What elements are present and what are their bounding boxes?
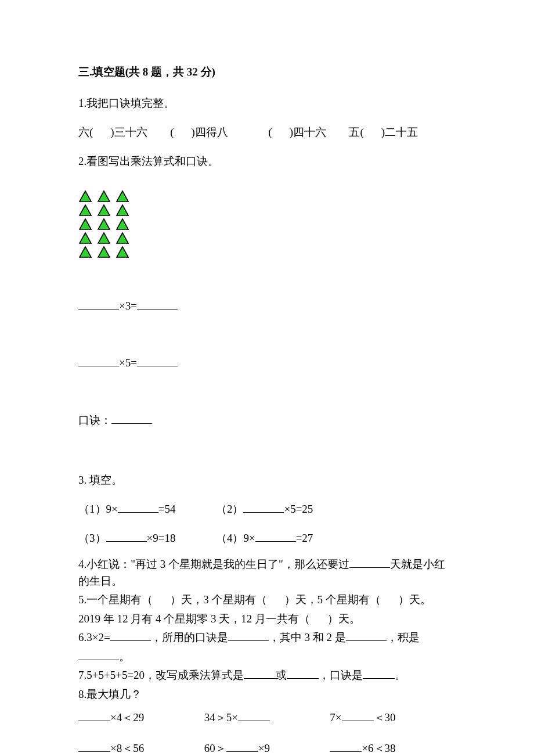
q8-r2c1b: ×8＜56 bbox=[110, 742, 144, 754]
blank-input[interactable] bbox=[330, 740, 362, 752]
q3-s3a: （3） bbox=[78, 532, 106, 544]
blank-input[interactable] bbox=[137, 355, 178, 366]
q8-r1c2a: 34＞5× bbox=[204, 711, 238, 723]
blank-input[interactable] bbox=[244, 667, 276, 679]
q5-b: ）天，3 个星期有（ bbox=[170, 593, 266, 606]
q7-d: 。 bbox=[395, 669, 406, 681]
triangle-icon bbox=[116, 232, 129, 244]
q8-r2c3b: ×6＜38 bbox=[362, 742, 395, 754]
q8-stem: 8.最大填几？ bbox=[78, 686, 456, 703]
q6-b: ，所用的口诀是 bbox=[151, 631, 228, 643]
triangle-icon bbox=[78, 218, 92, 231]
q5-line1: 5.一个星期有（）天，3 个星期有（）天，5 个星期有（）天。 bbox=[78, 592, 456, 609]
triangle-icon bbox=[116, 246, 129, 258]
q4-a: 4.小红说："再过 3 个星期就是我的生日了"，那么还要过 bbox=[78, 558, 349, 570]
q8-r2c2b: ×9 bbox=[258, 742, 270, 754]
triangle-row bbox=[78, 204, 456, 217]
triangle-icon bbox=[78, 204, 92, 217]
q2-koujue: 口诀： bbox=[78, 412, 456, 429]
svg-marker-5 bbox=[117, 205, 128, 215]
triangle-icon bbox=[116, 218, 129, 231]
q1-p3b: )四十六 bbox=[290, 126, 326, 138]
triangle-icon bbox=[116, 204, 129, 217]
blank-input[interactable] bbox=[226, 740, 258, 752]
svg-marker-9 bbox=[80, 233, 91, 243]
triangle-row bbox=[78, 190, 456, 203]
svg-marker-11 bbox=[117, 233, 128, 243]
triangle-icon bbox=[97, 204, 111, 217]
blank-input[interactable] bbox=[78, 740, 110, 752]
triangle-grid bbox=[78, 190, 456, 258]
q1-p2a: ( bbox=[170, 126, 174, 138]
blank-input[interactable] bbox=[78, 649, 119, 660]
blank-input[interactable] bbox=[287, 667, 319, 679]
q6: 6.3×2=，所用的口诀是，其中 3 和 2 是，积是 bbox=[78, 629, 456, 646]
q3-s1b: =54 bbox=[158, 503, 176, 515]
blank-input[interactable] bbox=[342, 710, 374, 721]
svg-marker-14 bbox=[117, 247, 128, 257]
blank-input[interactable] bbox=[118, 501, 158, 513]
triangle-icon bbox=[116, 190, 129, 203]
q6-a: 6.3×2= bbox=[78, 631, 110, 643]
svg-marker-8 bbox=[117, 219, 128, 229]
q6-c: ，其中 3 和 2 是 bbox=[269, 631, 346, 643]
triangle-icon bbox=[78, 246, 92, 258]
q6-line2: 。 bbox=[78, 649, 456, 665]
triangle-icon bbox=[97, 218, 111, 231]
blank-input[interactable] bbox=[106, 530, 147, 542]
q8-row1: ×4＜29 34＞5× 7×＜30 bbox=[78, 710, 456, 726]
q1-p1a: 六( bbox=[78, 126, 93, 138]
blank-input[interactable] bbox=[238, 710, 270, 721]
q6-d: ，积是 bbox=[387, 631, 420, 643]
q7-a: 7.5+5+5+5=20，改写成乘法算式是 bbox=[78, 669, 244, 681]
triangle-icon bbox=[97, 232, 111, 244]
triangle-icon bbox=[78, 232, 92, 244]
q7-c: ，口诀是 bbox=[319, 669, 363, 681]
triangle-icon bbox=[97, 246, 111, 258]
q3-s4b: =27 bbox=[296, 532, 313, 544]
q8-r1c3b: ＜30 bbox=[374, 711, 396, 723]
blank-input[interactable] bbox=[243, 501, 284, 513]
svg-marker-3 bbox=[80, 205, 91, 215]
svg-marker-6 bbox=[80, 219, 91, 229]
q1-p2b: )四得八 bbox=[191, 126, 228, 138]
blank-input[interactable] bbox=[110, 629, 151, 641]
q3-s2b: ×5=25 bbox=[284, 503, 313, 515]
q8-r2c2a: 60＞ bbox=[204, 742, 226, 754]
q6-e: 。 bbox=[119, 650, 130, 663]
svg-marker-10 bbox=[98, 233, 110, 243]
svg-marker-1 bbox=[98, 191, 110, 201]
blank-input[interactable] bbox=[78, 355, 119, 366]
q1-p3a: ( bbox=[268, 126, 272, 138]
q3-s1a: （1）9× bbox=[78, 503, 118, 515]
blank-input[interactable] bbox=[78, 298, 119, 309]
q1-p4a: 五( bbox=[349, 126, 363, 138]
section-heading: 三.填空题(共 8 题，共 32 分) bbox=[78, 64, 456, 81]
svg-marker-7 bbox=[98, 219, 110, 229]
q4: 4.小红说："再过 3 个星期就是我的生日了"，那么还要过天就是小红的生日。 bbox=[78, 556, 456, 589]
blank-input[interactable] bbox=[255, 530, 296, 542]
q3-s2a: （2） bbox=[216, 503, 244, 515]
q7: 7.5+5+5+5=20，改写成乘法算式是或，口诀是。 bbox=[78, 667, 456, 684]
blank-input[interactable] bbox=[137, 298, 178, 309]
triangle-row bbox=[78, 246, 456, 258]
blank-input[interactable] bbox=[349, 556, 390, 568]
svg-marker-2 bbox=[117, 191, 128, 201]
blank-input[interactable] bbox=[111, 412, 152, 424]
svg-marker-4 bbox=[98, 205, 110, 215]
triangle-row bbox=[78, 232, 456, 244]
q8-r1c3a: 7× bbox=[330, 711, 341, 723]
blank-input[interactable] bbox=[363, 667, 395, 679]
q1-stem: 1.我把口诀填完整。 bbox=[78, 92, 456, 114]
blank-input[interactable] bbox=[346, 629, 387, 641]
triangle-icon bbox=[97, 190, 111, 203]
q1-blanks: 六()三十六 ()四得八 ()四十六 五()二十五 bbox=[78, 121, 456, 143]
blank-input[interactable] bbox=[78, 710, 110, 721]
svg-marker-0 bbox=[80, 191, 91, 201]
q2-koujue-label: 口诀： bbox=[78, 414, 111, 426]
q5-c: ）天，5 个星期有（ bbox=[284, 593, 381, 606]
q5-a: 5.一个星期有（ bbox=[78, 593, 153, 606]
triangle-row bbox=[78, 218, 456, 231]
q5-e: 2019 年 12 月有 4 个星期零 3 天，12 月一共有（ bbox=[78, 613, 310, 625]
blank-input[interactable] bbox=[228, 629, 269, 641]
